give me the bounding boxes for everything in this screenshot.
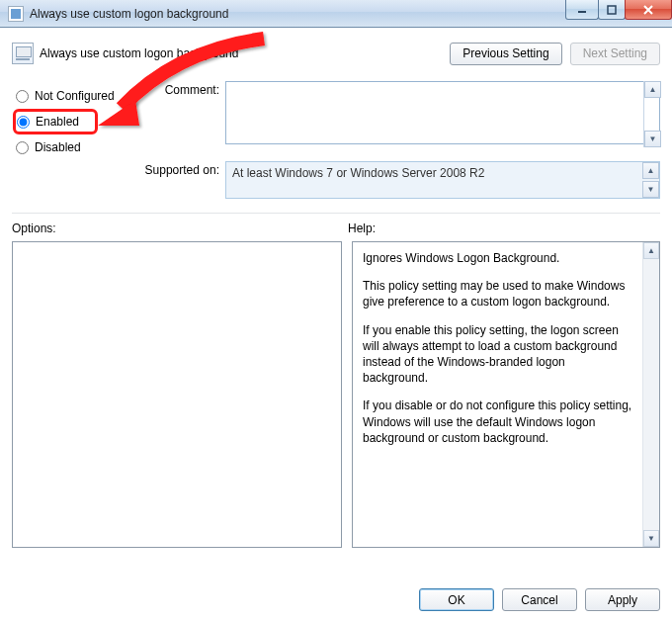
radio-enabled-label: Enabled: [36, 115, 79, 129]
radio-not-configured[interactable]: Not Configured: [12, 83, 140, 109]
policy-name: Always use custom logon background: [40, 46, 238, 60]
options-label: Options:: [12, 222, 348, 235]
help-text: Ignores Windows Logon Background. This p…: [353, 242, 642, 547]
state-radio-group: Not Configured Enabled Disabled: [12, 81, 140, 199]
supported-on-value: At least Windows 7 or Windows Server 200…: [225, 161, 660, 199]
radio-disabled[interactable]: Disabled: [12, 134, 140, 160]
radio-not-configured-label: Not Configured: [35, 89, 115, 103]
window-controls: [566, 0, 672, 20]
ok-button[interactable]: OK: [419, 588, 494, 611]
divider: [12, 213, 660, 214]
next-setting-button[interactable]: Next Setting: [570, 43, 660, 65]
window-title: Always use custom logon background: [30, 7, 228, 21]
lower-labels: Options: Help:: [12, 222, 660, 235]
comment-scroll: ▲ ▼: [643, 81, 660, 147]
radio-disabled-input[interactable]: [16, 141, 29, 154]
supported-on-label: Supported on:: [140, 161, 225, 199]
title-bar: Always use custom logon background: [0, 0, 672, 28]
scroll-up-icon[interactable]: ▲: [644, 81, 661, 98]
svg-rect-1: [608, 6, 616, 14]
svg-rect-0: [578, 11, 586, 13]
minimize-button[interactable]: [565, 0, 599, 20]
dialog-buttons: OK Cancel Apply: [419, 588, 660, 611]
radio-enabled[interactable]: Enabled: [13, 109, 98, 134]
scroll-up-icon[interactable]: ▲: [642, 162, 659, 179]
scroll-down-icon[interactable]: ▼: [643, 530, 659, 547]
panels: Ignores Windows Logon Background. This p…: [12, 241, 660, 548]
window-icon: [8, 6, 24, 22]
help-label: Help:: [348, 222, 376, 235]
cancel-button[interactable]: Cancel: [502, 588, 577, 611]
close-button[interactable]: [625, 0, 672, 20]
previous-setting-button[interactable]: Previous Setting: [450, 43, 561, 65]
comment-label: Comment:: [140, 81, 225, 147]
options-panel: [12, 241, 342, 548]
help-panel: Ignores Windows Logon Background. This p…: [352, 241, 660, 548]
radio-enabled-input[interactable]: [17, 116, 30, 129]
scroll-down-icon[interactable]: ▼: [642, 181, 659, 198]
radio-disabled-label: Disabled: [35, 140, 81, 154]
scroll-up-icon[interactable]: ▲: [643, 242, 659, 259]
config-section: Not Configured Enabled Disabled Comment:…: [12, 81, 660, 199]
maximize-button[interactable]: [598, 0, 626, 20]
apply-button[interactable]: Apply: [585, 588, 660, 611]
help-scrollbar[interactable]: ▲ ▼: [642, 242, 659, 547]
header-row: Always use custom logon background Previ…: [12, 38, 660, 69]
client-area: Always use custom logon background Previ…: [0, 28, 672, 621]
scroll-down-icon[interactable]: ▼: [644, 131, 661, 147]
policy-icon: [12, 43, 34, 64]
scroll-track[interactable]: [643, 259, 659, 530]
comment-input[interactable]: [225, 81, 660, 144]
radio-not-configured-input[interactable]: [16, 90, 29, 103]
